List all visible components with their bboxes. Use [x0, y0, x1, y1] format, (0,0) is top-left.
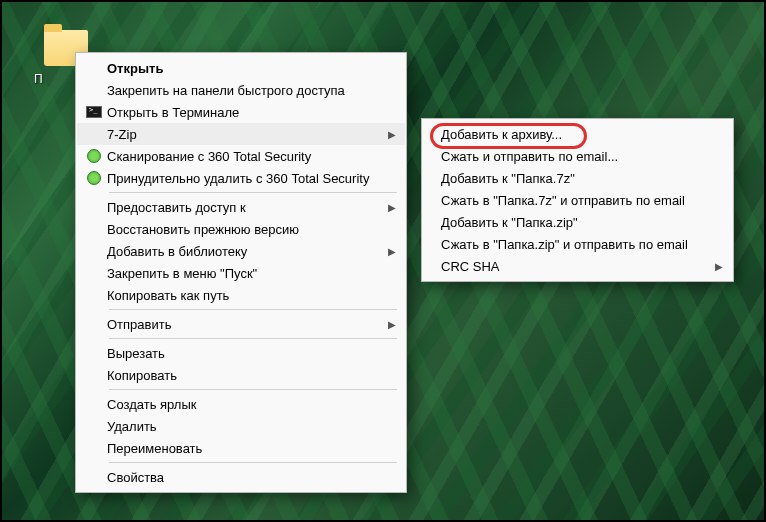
menu-label: Добавить в библиотеку	[107, 244, 385, 259]
menu-label: Сжать в "Папка.7z" и отправить по email	[441, 193, 726, 208]
menu-label: Сканирование с 360 Total Security	[107, 149, 399, 164]
icon-slot	[427, 167, 441, 189]
icon-slot	[81, 218, 107, 240]
menu-item-360-scan[interactable]: Сканирование с 360 Total Security	[77, 145, 405, 167]
menu-item-restore-version[interactable]: Восстановить прежнюю версию	[77, 218, 405, 240]
menu-item-share-access[interactable]: Предоставить доступ к ▶	[77, 196, 405, 218]
menu-separator	[109, 389, 397, 390]
icon-slot	[81, 196, 107, 218]
icon-slot	[81, 123, 107, 145]
menu-label: Копировать	[107, 368, 399, 383]
menu-separator	[109, 462, 397, 463]
menu-label: Восстановить прежнюю версию	[107, 222, 399, 237]
icon-slot	[427, 189, 441, 211]
submenu-item-compress-email[interactable]: Сжать и отправить по email...	[423, 145, 732, 167]
icon-slot	[81, 415, 107, 437]
menu-label: CRC SHA	[441, 259, 712, 274]
menu-item-delete[interactable]: Удалить	[77, 415, 405, 437]
menu-item-360-delete[interactable]: Принудительно удалить с 360 Total Securi…	[77, 167, 405, 189]
icon-slot	[427, 255, 441, 277]
menu-item-copy[interactable]: Копировать	[77, 364, 405, 386]
submenu-item-crc-sha[interactable]: CRC SHA ▶	[423, 255, 732, 277]
menu-separator	[109, 309, 397, 310]
menu-label: Закрепить на панели быстрого доступа	[107, 83, 399, 98]
menu-label: Добавить к "Папка.zip"	[441, 215, 726, 230]
menu-label: Предоставить доступ к	[107, 200, 385, 215]
menu-item-cut[interactable]: Вырезать	[77, 342, 405, 364]
terminal-icon	[81, 101, 107, 123]
submenu-item-compress-7z-email[interactable]: Сжать в "Папка.7z" и отправить по email	[423, 189, 732, 211]
menu-label: Отправить	[107, 317, 385, 332]
icon-slot	[81, 364, 107, 386]
menu-label: Сжать в "Папка.zip" и отправить по email	[441, 237, 726, 252]
icon-slot	[427, 123, 441, 145]
360-icon	[81, 145, 107, 167]
menu-item-7zip[interactable]: 7-Zip ▶	[77, 123, 405, 145]
menu-item-create-shortcut[interactable]: Создать ярлык	[77, 393, 405, 415]
submenu-arrow-icon: ▶	[385, 246, 399, 257]
icon-slot	[81, 57, 107, 79]
desktop-folder-label: П	[34, 72, 43, 86]
menu-label: Удалить	[107, 419, 399, 434]
submenu-item-add-7z[interactable]: Добавить к "Папка.7z"	[423, 167, 732, 189]
menu-label: Переименовать	[107, 441, 399, 456]
icon-slot	[81, 437, 107, 459]
menu-item-open-terminal[interactable]: Открыть в Терминале	[77, 101, 405, 123]
menu-label: Создать ярлык	[107, 397, 399, 412]
menu-label: Закрепить в меню "Пуск"	[107, 266, 399, 281]
icon-slot	[81, 393, 107, 415]
menu-item-copy-as-path[interactable]: Копировать как путь	[77, 284, 405, 306]
menu-separator	[109, 338, 397, 339]
menu-label: Копировать как путь	[107, 288, 399, 303]
submenu-item-add-zip[interactable]: Добавить к "Папка.zip"	[423, 211, 732, 233]
icon-slot	[81, 240, 107, 262]
menu-label: Открыть в Терминале	[107, 105, 399, 120]
icon-slot	[81, 342, 107, 364]
menu-label: Вырезать	[107, 346, 399, 361]
menu-item-properties[interactable]: Свойства	[77, 466, 405, 488]
menu-item-add-library[interactable]: Добавить в библиотеку ▶	[77, 240, 405, 262]
submenu-arrow-icon: ▶	[385, 202, 399, 213]
icon-slot	[81, 262, 107, 284]
menu-item-open[interactable]: Открыть	[77, 57, 405, 79]
menu-label: Свойства	[107, 470, 399, 485]
menu-item-pin-start[interactable]: Закрепить в меню "Пуск"	[77, 262, 405, 284]
submenu-item-compress-zip-email[interactable]: Сжать в "Папка.zip" и отправить по email	[423, 233, 732, 255]
menu-item-send-to[interactable]: Отправить ▶	[77, 313, 405, 335]
submenu-item-add-to-archive[interactable]: Добавить к архиву...	[423, 123, 732, 145]
menu-label: 7-Zip	[107, 127, 385, 142]
submenu-arrow-icon: ▶	[385, 319, 399, 330]
icon-slot	[81, 79, 107, 101]
icon-slot	[427, 145, 441, 167]
menu-label: Сжать и отправить по email...	[441, 149, 726, 164]
menu-label: Принудительно удалить с 360 Total Securi…	[107, 171, 399, 186]
context-menu-main: Открыть Закрепить на панели быстрого дос…	[75, 52, 407, 493]
menu-item-pin-quick-access[interactable]: Закрепить на панели быстрого доступа	[77, 79, 405, 101]
icon-slot	[427, 233, 441, 255]
menu-label: Добавить к "Папка.7z"	[441, 171, 726, 186]
menu-label: Открыть	[107, 61, 399, 76]
icon-slot	[427, 211, 441, 233]
context-menu-7zip-submenu: Добавить к архиву... Сжать и отправить п…	[421, 118, 734, 282]
menu-label: Добавить к архиву...	[441, 127, 726, 142]
submenu-arrow-icon: ▶	[712, 261, 726, 272]
menu-separator	[109, 192, 397, 193]
icon-slot	[81, 313, 107, 335]
menu-item-rename[interactable]: Переименовать	[77, 437, 405, 459]
icon-slot	[81, 466, 107, 488]
submenu-arrow-icon: ▶	[385, 129, 399, 140]
360-icon	[81, 167, 107, 189]
icon-slot	[81, 284, 107, 306]
